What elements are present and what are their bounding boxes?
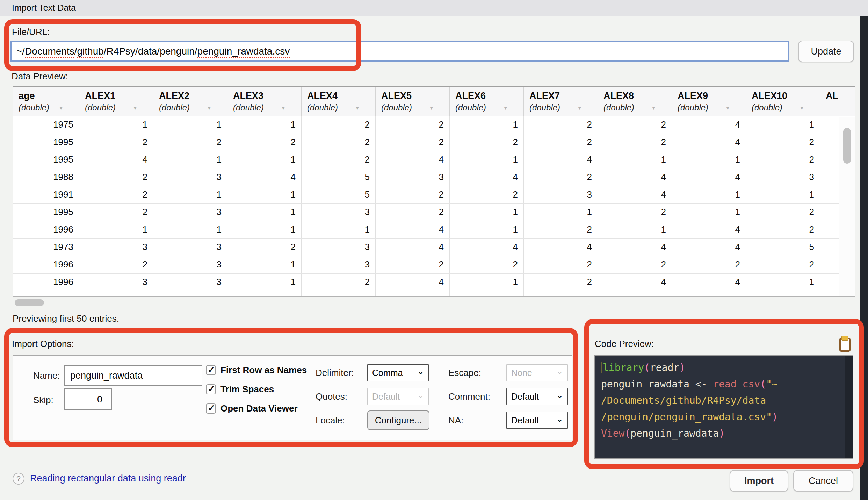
update-button[interactable]: Update: [798, 41, 854, 62]
table-cell: 1996: [13, 221, 79, 238]
checkmark-icon: ✓: [208, 403, 215, 414]
table-cell: 2: [376, 186, 450, 203]
table-cell: 4: [376, 151, 450, 169]
skip-input[interactable]: 0: [64, 388, 112, 410]
table-cell: 1: [450, 116, 524, 134]
file-path-segment: github: [77, 46, 104, 57]
column-header-alex6: ALEX6(double)▼: [450, 87, 524, 116]
column-type-dropdown-icon[interactable]: ▼: [651, 105, 656, 111]
skip-label: Skip:: [33, 395, 53, 406]
table-cell: 4: [450, 239, 524, 256]
table-cell: 3: [153, 256, 227, 273]
checkbox-open-data-viewer[interactable]: ✓: [206, 403, 216, 414]
column-type-dropdown-icon[interactable]: ▼: [577, 105, 582, 111]
table-cell: 1: [450, 221, 524, 238]
table-cell: 2: [376, 204, 450, 221]
code-token: (: [760, 378, 766, 390]
table-cell: 4: [524, 239, 598, 256]
table-cell: [450, 291, 524, 297]
code-token: View: [601, 428, 624, 439]
column-name: ALEX4: [307, 91, 375, 101]
checkbox-first-row-as-names[interactable]: ✓: [206, 365, 216, 375]
cancel-button[interactable]: Cancel: [793, 470, 853, 492]
column-name: ALEX6: [455, 91, 523, 101]
table-cell: 2: [302, 134, 376, 151]
column-type-dropdown-icon[interactable]: ▼: [799, 105, 804, 111]
table-cell: 4: [672, 239, 746, 256]
table-cell: 4: [672, 274, 746, 291]
column-type: (double): [159, 103, 190, 113]
column-type-dropdown-icon[interactable]: ▼: [429, 105, 434, 111]
column-name: ALEX1: [85, 91, 153, 101]
option-field-row: Quotes:Default⌄: [316, 387, 429, 406]
code-token: ): [772, 411, 778, 423]
code-token: ): [679, 362, 685, 373]
help-icon[interactable]: ?: [13, 473, 24, 485]
table-cell: 4: [598, 169, 672, 186]
column-type-dropdown-icon[interactable]: ▼: [58, 105, 64, 111]
configure-button[interactable]: Configure...: [367, 410, 429, 430]
table-cell: 2: [227, 134, 302, 151]
table-cell: 1: [227, 221, 302, 238]
table-cell: 1: [746, 186, 820, 203]
table-cell: 2: [746, 151, 820, 169]
table-cell: 4: [672, 116, 746, 134]
table-cell: 2: [79, 256, 153, 273]
name-input[interactable]: penguin_rawdata: [64, 365, 202, 386]
column-type-dropdown-icon[interactable]: ▼: [355, 105, 360, 111]
table-cell: 4: [227, 169, 302, 186]
checkbox-trim-spaces[interactable]: ✓: [206, 384, 216, 394]
table-cell: 4: [376, 274, 450, 291]
copy-to-clipboard-icon[interactable]: [839, 338, 851, 352]
table-cell: 3: [153, 169, 227, 186]
table-cell: 2: [524, 169, 598, 186]
column-type: (double): [19, 103, 49, 113]
table-cell: 2: [524, 116, 598, 134]
import-options-panel: Name: penguin_rawdata Skip: 0 ✓First Row…: [13, 355, 572, 440]
table-row: 19733323444445: [13, 239, 855, 256]
column-type-dropdown-icon[interactable]: ▼: [207, 105, 212, 111]
divider: [0, 309, 860, 309]
column-type: (double): [529, 103, 560, 113]
code-scrollbar[interactable]: [845, 356, 853, 458]
table-cell: 1: [672, 204, 746, 221]
table-cell: 1: [450, 204, 524, 221]
column-type-dropdown-icon[interactable]: ▼: [281, 105, 286, 111]
import-button[interactable]: Import: [730, 470, 788, 492]
code-token: (: [624, 428, 630, 439]
field-label: Locale:: [316, 415, 367, 426]
vertical-scrollbar-thumb[interactable]: [843, 128, 851, 164]
comment-select[interactable]: Default⌄: [506, 388, 568, 405]
table-cell: 1: [672, 151, 746, 169]
dialog-title: Import Text Data: [12, 3, 76, 13]
file-url-label: File/URL:: [12, 27, 50, 37]
vertical-scrollbar[interactable]: [839, 117, 855, 296]
table-cell: 2: [376, 134, 450, 151]
column-type-dropdown-icon[interactable]: ▼: [132, 105, 138, 111]
column-header-alex3: ALEX3(double)▼: [227, 87, 302, 116]
escape-select: None⌄: [506, 364, 568, 381]
table-cell: 2: [79, 204, 153, 221]
table-cell: [598, 291, 672, 297]
file-path-segment: penguin_rawdata.csv: [197, 46, 290, 57]
preview-note: Previewing first 50 entries.: [13, 313, 119, 324]
checkmark-icon: ✓: [208, 384, 215, 394]
horizontal-scrollbar-thumb[interactable]: [15, 299, 44, 306]
column-header-al: AL: [820, 87, 854, 116]
help-link[interactable]: Reading rectangular data using readr: [30, 473, 186, 484]
na-select[interactable]: Default⌄: [506, 412, 568, 429]
options-fields-left: Delimiter:Comma⌄Quotes:Default⌄Locale:Co…: [316, 363, 429, 430]
column-type-dropdown-icon[interactable]: ▼: [503, 105, 508, 111]
table-cell: 3: [746, 169, 820, 186]
delimiter-select[interactable]: Comma⌄: [367, 364, 429, 381]
column-type: (double): [678, 103, 708, 113]
table-cell: 1: [227, 256, 302, 273]
table-cell: 2: [524, 134, 598, 151]
column-header-alex4: ALEX4(double)▼: [302, 87, 376, 116]
field-label: Quotes:: [316, 391, 367, 402]
chevron-down-icon: ⌄: [557, 415, 563, 424]
column-type-dropdown-icon[interactable]: ▼: [725, 105, 730, 111]
table-cell: 2: [376, 256, 450, 273]
file-url-input[interactable]: ~/Documents/github/R4Psy/data/penguin/pe…: [10, 41, 789, 62]
table-cell: [79, 291, 153, 297]
